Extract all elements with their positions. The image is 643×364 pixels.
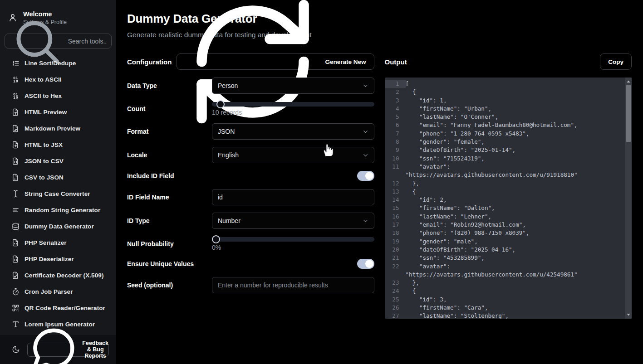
code-scrollbar[interactable] — [625, 78, 632, 319]
code-line: "https://avatars.githubusercontent.com/u… — [385, 271, 626, 279]
sidebar-item-label: Dummy Data Generator — [25, 223, 94, 230]
sidebar-item-csv-to-json[interactable]: CSV to JSON — [0, 169, 116, 185]
code-text: "dateOfBirth": "2025-04-16", — [406, 246, 516, 254]
type-icon — [12, 320, 20, 328]
locale-select[interactable]: English — [212, 147, 374, 163]
ensure-unique-toggle[interactable] — [357, 259, 374, 269]
count-slider[interactable] — [212, 102, 374, 107]
binary-icon — [12, 92, 20, 100]
code-text: [ — [406, 80, 409, 88]
ensure-unique-row: Ensure Unique Values — [127, 258, 374, 269]
seed-input[interactable] — [218, 281, 368, 289]
moon-icon[interactable] — [12, 345, 20, 354]
code-line: 20 "dateOfBirth": "2025-04-16", — [385, 246, 626, 254]
code-line: 2 { — [385, 88, 626, 96]
id-field-name-box — [212, 189, 374, 205]
sidebar-item-php-deserializer[interactable]: PHP Deserializer — [0, 251, 116, 267]
line-number: 14 — [385, 196, 406, 204]
null-probability-slider-knob[interactable] — [212, 235, 220, 243]
code-text: "avatar": — [406, 163, 451, 171]
sidebar-item-label: String Case Converter — [25, 190, 90, 197]
code-line: 4 "firstName": "Urban", — [385, 105, 626, 113]
sidebar-item-ascii-to-hex[interactable]: ASCII to Hex — [0, 87, 116, 104]
include-id-label: Include ID Field — [127, 172, 212, 180]
format-select[interactable]: JSON — [212, 123, 374, 140]
code-text: "email": "Robin92@hotmail.com", — [406, 221, 526, 229]
sidebar-item-markdown-preview[interactable]: Markdown Preview — [0, 120, 116, 136]
sidebar-item-qr-code-reader-generator[interactable]: QR Code Reader/Generator — [0, 300, 116, 316]
sidebar-item-cron-job-parser[interactable]: Cron Job Parser — [0, 283, 116, 300]
sidebar-item-label: Hex to ASCII — [25, 76, 62, 83]
format-value: JSON — [218, 128, 235, 135]
feedback-button[interactable]: Feedback & Bug Reports — [27, 343, 109, 357]
code-line: 15 "firstName": "Dalton", — [385, 204, 626, 212]
scroll-down-arrow-icon[interactable] — [625, 311, 632, 318]
code-text: "id": 3, — [406, 296, 447, 304]
line-number: 16 — [385, 213, 406, 221]
id-field-name-input[interactable] — [218, 194, 368, 201]
sidebar-item-php-serializer[interactable]: PHP Serializer — [0, 234, 116, 251]
code-text: { — [406, 88, 416, 96]
output-code-panel[interactable]: 1[2 {3 "id": 1,4 "firstName": "Urban",5 … — [385, 78, 632, 319]
line-number: 10 — [385, 155, 406, 163]
code-text: "firstName": "Urban", — [406, 105, 492, 113]
code-line: 24 { — [385, 287, 626, 295]
scroll-up-arrow-icon[interactable] — [625, 78, 632, 85]
code-text: "https://avatars.githubusercontent.com/u… — [406, 171, 578, 179]
timer-icon — [12, 288, 20, 296]
code-line: 8 "gender": "female", — [385, 138, 626, 146]
line-number — [385, 171, 406, 179]
code-text: "id": 1, — [406, 97, 447, 105]
code-text: "lastName": "Stoltenberg", — [406, 312, 509, 319]
code-text: { — [406, 188, 416, 196]
sidebar-item-dummy-data-generator[interactable]: Dummy Data Generator — [0, 218, 116, 234]
locale-label: Locale — [127, 151, 212, 159]
count-caption: 10 records — [212, 109, 374, 116]
search-box[interactable] — [5, 34, 112, 49]
file-code-icon — [12, 255, 20, 263]
code-text: "ssn": "453285899", — [406, 254, 485, 262]
sidebar-item-string-case-converter[interactable]: String Case Converter — [0, 185, 116, 202]
line-number: 22 — [385, 262, 406, 271]
line-number: 1 — [385, 80, 406, 88]
code-line: 21 "ssn": "453285899", — [385, 254, 626, 262]
line-number: 19 — [385, 238, 406, 246]
seed-label: Seed (optional) — [127, 281, 212, 289]
code-text: "lastName": "O'Conner", — [406, 113, 499, 121]
code-scrollbar-thumb[interactable] — [626, 85, 631, 142]
sidebar-item-html-preview[interactable]: HTML Preview — [0, 104, 116, 120]
line-number: 15 — [385, 204, 406, 212]
sidebar-item-line-sort-dedupe[interactable]: Line Sort/Dedupe — [0, 55, 116, 71]
sidebar-item-json-to-csv[interactable]: JSON to CSV — [0, 153, 116, 169]
sidebar-item-html-to-jsx[interactable]: HTML to JSX — [0, 136, 116, 153]
generate-new-button[interactable]: Generate New — [177, 53, 374, 70]
code-text: "phone": "1-280-764-0595 x5483", — [406, 130, 530, 138]
code-text: }, — [406, 279, 419, 287]
seed-box — [212, 277, 374, 293]
chat-bubble-icon — [28, 324, 79, 364]
sidebar-item-certificate-decoder-x-509[interactable]: Certificate Decoder (X.509) — [0, 267, 116, 283]
line-number: 4 — [385, 105, 406, 113]
output-panel: Output Copy 1[2 {3 "id": 1,4 "firstName"… — [385, 53, 632, 319]
copy-button[interactable]: Copy — [600, 53, 632, 70]
sidebar-item-label: Markdown Preview — [25, 125, 80, 132]
null-probability-slider[interactable] — [212, 237, 374, 242]
code-line: 11 "avatar": — [385, 163, 626, 171]
code-line: 19 "gender": "male", — [385, 238, 626, 246]
null-probability-row: Null Probability 0% — [127, 236, 374, 251]
search-input[interactable] — [68, 38, 107, 45]
sidebar-item-hex-to-ascii[interactable]: Hex to ASCII — [0, 71, 116, 87]
code-line: 14 "id": 2, — [385, 196, 626, 204]
code-line: 27 "lastName": "Stoltenberg", — [385, 312, 626, 319]
text-cursor-icon — [12, 190, 20, 198]
code-line: 22 "avatar": — [385, 262, 626, 271]
data-type-select[interactable]: Person — [212, 78, 374, 94]
format-row: Format JSON — [127, 123, 374, 140]
code-text: "phone": "(820) 988-7150 x8039", — [406, 229, 530, 237]
id-type-select[interactable]: Number — [212, 213, 374, 229]
code-scroll-area: 1[2 {3 "id": 1,4 "firstName": "Urban",5 … — [385, 78, 626, 319]
line-number: 18 — [385, 229, 406, 237]
sidebar-item-random-string-generator[interactable]: Random String Generator — [0, 202, 116, 218]
count-slider-knob[interactable] — [216, 100, 225, 108]
include-id-toggle[interactable] — [357, 171, 374, 181]
